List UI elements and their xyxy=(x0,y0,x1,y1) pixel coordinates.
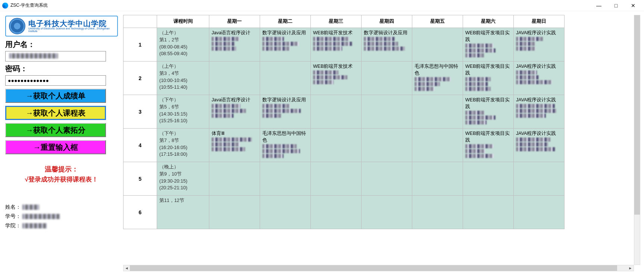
hint-title: 温馨提示： xyxy=(5,165,118,174)
window-title: ZSC-学生查询系统 xyxy=(10,2,48,9)
course-cell xyxy=(362,61,412,95)
id-value xyxy=(22,214,60,219)
table-row: 3（下午）第5，6节(14:30-15:15)(15:25-16:10)Java… xyxy=(124,95,565,129)
course-cell xyxy=(209,162,260,196)
titlebar: ZSC-学生查询系统 — □ ✕ xyxy=(0,0,644,11)
course-cell: WEB前端开发项目实践 xyxy=(463,95,514,129)
logo-emblem-icon xyxy=(9,18,25,34)
course-cell: JAVA程序设计实践 xyxy=(514,95,565,129)
college-label: 学院： xyxy=(5,221,21,230)
course-cell xyxy=(412,162,463,196)
period-time: （晚上）第9，10节(19:30-20:15)(20:25-21:10) xyxy=(157,162,209,196)
schedule-table: 课程时间星期一星期二星期三星期四星期五星期六星期日 1（上午）第1，2节(08:… xyxy=(123,15,565,229)
course-cell xyxy=(362,95,412,129)
course-cell: WEB前端开发项目实践 xyxy=(463,61,514,95)
name-value xyxy=(22,205,39,210)
course-cell xyxy=(209,61,260,95)
period-number: 2 xyxy=(124,61,157,95)
period-number: 5 xyxy=(124,162,157,196)
username-input[interactable] xyxy=(5,51,106,61)
column-header: 星期六 xyxy=(463,15,514,28)
column-header: 星期五 xyxy=(412,15,463,28)
course-cell xyxy=(412,95,463,129)
course-cell: Java语言程序设计 xyxy=(209,28,260,61)
course-cell xyxy=(463,162,514,196)
course-cell xyxy=(260,196,311,229)
course-cell: JAVA程序设计实践 xyxy=(514,61,565,95)
college-value xyxy=(22,223,47,228)
period-time: （下午）第5，6节(14:30-15:15)(15:25-16:10) xyxy=(157,95,209,129)
course-cell: 毛泽东思想与中国特色 xyxy=(260,129,311,162)
period-time: 第11，12节 xyxy=(157,196,209,229)
course-cell xyxy=(362,196,412,229)
course-cell: 数字逻辑设计及应用 xyxy=(260,28,311,61)
student-info: 姓名： 学号： 学院： xyxy=(5,202,118,231)
course-cell xyxy=(311,162,362,196)
hint-message: √登录成功并获得课程表！ xyxy=(5,175,118,184)
period-number: 3 xyxy=(124,95,157,129)
course-cell xyxy=(209,196,260,229)
horizontal-scrollbar[interactable]: ◄ ► xyxy=(123,265,634,271)
scroll-right-icon[interactable]: ► xyxy=(627,266,634,270)
course-cell xyxy=(412,196,463,229)
course-cell xyxy=(412,28,463,61)
column-header xyxy=(124,15,157,28)
column-header: 星期四 xyxy=(362,15,412,28)
password-label: 密码： xyxy=(5,64,118,74)
course-cell xyxy=(260,61,311,95)
id-label: 学号： xyxy=(5,212,21,221)
name-label: 姓名： xyxy=(5,202,21,212)
course-cell xyxy=(514,196,565,229)
course-cell: JAVA程序设计实践 xyxy=(514,129,565,162)
get-points-button[interactable]: →获取个人素拓分 xyxy=(5,123,106,137)
logo-text-zh: 电子科技大学中山学院 xyxy=(28,20,114,27)
course-cell xyxy=(311,95,362,129)
logo-text-en: University of Electronic Science and Tec… xyxy=(28,27,114,32)
course-cell xyxy=(362,129,412,162)
column-header: 星期三 xyxy=(311,15,362,28)
close-button[interactable]: ✕ xyxy=(625,0,642,11)
password-input[interactable] xyxy=(5,75,106,86)
course-cell: Java语言程序设计 xyxy=(209,95,260,129)
period-time: （上午）第1，2节(08:00-08:45)(08:55-09:40) xyxy=(157,28,209,61)
period-number: 6 xyxy=(124,196,157,229)
course-cell xyxy=(362,162,412,196)
course-cell: 数字逻辑设计及应用 xyxy=(260,95,311,129)
course-cell xyxy=(463,196,514,229)
logo: 电子科技大学中山学院 University of Electronic Scie… xyxy=(5,16,118,37)
get-schedule-button[interactable]: →获取个人课程表 xyxy=(5,106,106,120)
table-row: 4（下午）第7，8节(16:20-16:05)(17:15-18:00)体育Ⅲ毛… xyxy=(124,129,565,162)
course-cell: WEB前端开发项目实践 xyxy=(463,129,514,162)
table-row: 1（上午）第1，2节(08:00-08:45)(08:55-09:40)Java… xyxy=(124,28,565,61)
course-cell xyxy=(514,162,565,196)
maximize-button[interactable]: □ xyxy=(607,0,625,11)
course-cell xyxy=(412,129,463,162)
course-cell: JAVA程序设计实践 xyxy=(514,28,565,61)
vertical-scrollbar[interactable] xyxy=(634,15,640,265)
column-header: 课程时间 xyxy=(157,15,209,28)
period-number: 4 xyxy=(124,129,157,162)
table-row: 2（上午）第3，4节(10:00-10:45)(10:55-11:40)WEB前… xyxy=(124,61,565,95)
table-row: 5（晚上）第9，10节(19:30-20:15)(20:25-21:10) xyxy=(124,162,565,196)
course-cell: WEB前端开发技术 xyxy=(311,28,362,61)
course-cell: WEB前端开发技术 xyxy=(311,61,362,95)
app-icon xyxy=(2,3,8,9)
course-cell xyxy=(260,162,311,196)
sidebar: 电子科技大学中山学院 University of Electronic Scie… xyxy=(0,11,123,275)
column-header: 星期二 xyxy=(260,15,311,28)
scroll-left-icon[interactable]: ◄ xyxy=(124,266,130,270)
column-header: 星期一 xyxy=(209,15,260,28)
hint-box: 温馨提示： √登录成功并获得课程表！ xyxy=(5,165,118,184)
course-cell: 数字逻辑设计及应用 xyxy=(362,28,412,61)
period-time: （下午）第7，8节(16:20-16:05)(17:15-18:00) xyxy=(157,129,209,162)
minimize-button[interactable]: — xyxy=(590,0,607,11)
username-label: 用户名： xyxy=(5,39,118,50)
course-cell: 体育Ⅲ xyxy=(209,129,260,162)
get-grades-button[interactable]: →获取个人成绩单 xyxy=(5,89,106,103)
course-cell xyxy=(311,196,362,229)
period-time: （上午）第3，4节(10:00-10:45)(10:55-11:40) xyxy=(157,61,209,95)
schedule-panel: 课程时间星期一星期二星期三星期四星期五星期六星期日 1（上午）第1，2节(08:… xyxy=(123,15,640,271)
column-header: 星期日 xyxy=(514,15,565,28)
reset-button[interactable]: →重置输入框 xyxy=(5,140,106,154)
period-number: 1 xyxy=(124,28,157,61)
